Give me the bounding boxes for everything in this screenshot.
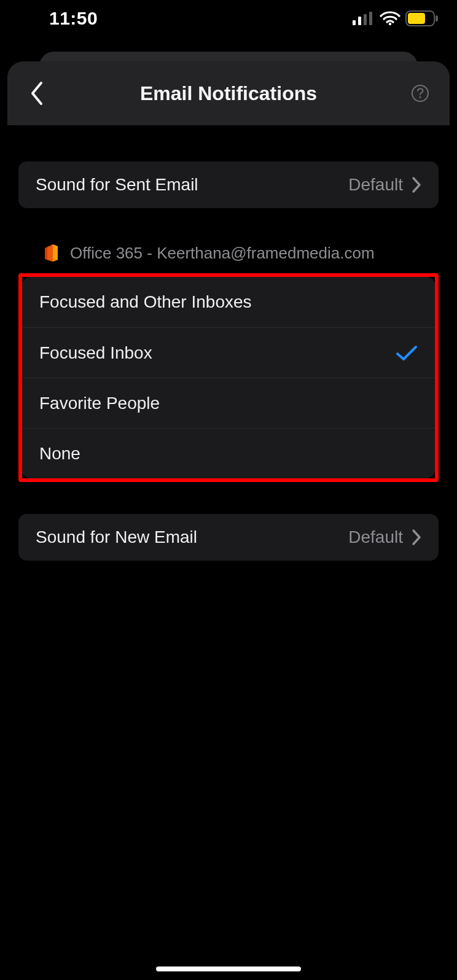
option-focused-and-other-label: Focused and Other Inboxes [39,292,252,312]
help-button[interactable] [405,79,435,108]
back-button[interactable] [22,79,52,108]
option-focused-and-other[interactable]: Focused and Other Inboxes [22,277,435,327]
home-indicator[interactable] [156,966,301,971]
svg-rect-0 [353,20,356,25]
checkmark-icon [396,344,418,362]
sound-new-email-label: Sound for New Email [36,527,197,547]
svg-rect-2 [364,14,367,25]
office-365-icon [43,244,59,262]
notification-options-list: Focused and Other Inboxes Focused Inbox … [22,277,435,478]
status-icons [353,10,439,26]
sound-sent-email-row[interactable]: Sound for Sent Email Default [18,161,439,208]
status-time: 11:50 [0,8,98,29]
sound-new-email-row[interactable]: Sound for New Email Default [18,514,439,561]
status-bar: 11:50 [0,0,457,37]
nav-header: Email Notifications [7,61,450,125]
svg-rect-1 [358,17,361,25]
chevron-left-icon [29,81,44,106]
option-none-label: None [39,444,80,464]
account-label: Office 365 - Keerthana@framedmedia.com [70,244,375,263]
account-section-header: Office 365 - Keerthana@framedmedia.com [18,239,439,267]
svg-rect-3 [369,12,372,25]
svg-point-4 [389,23,391,25]
chevron-right-icon [412,176,421,193]
sound-sent-email-label: Sound for Sent Email [36,175,198,195]
sound-new-email-value: Default [348,527,403,547]
cellular-icon [353,12,375,25]
battery-icon [405,10,439,26]
option-focused-inbox-label: Focused Inbox [39,343,152,363]
svg-rect-6 [408,13,425,24]
page-title: Email Notifications [7,82,450,105]
option-focused-inbox[interactable]: Focused Inbox [22,327,435,378]
options-highlight-box: Focused and Other Inboxes Focused Inbox … [18,273,439,482]
option-favorite-people[interactable]: Favorite People [22,378,435,428]
content: Sound for Sent Email Default Office 365 … [7,125,450,980]
option-favorite-people-label: Favorite People [39,394,160,413]
option-none[interactable]: None [22,428,435,478]
sound-sent-email-value: Default [348,175,403,195]
chevron-right-icon [412,529,421,546]
svg-rect-7 [436,15,438,21]
wifi-icon [380,11,400,26]
svg-point-9 [420,96,421,98]
help-icon [411,84,429,103]
